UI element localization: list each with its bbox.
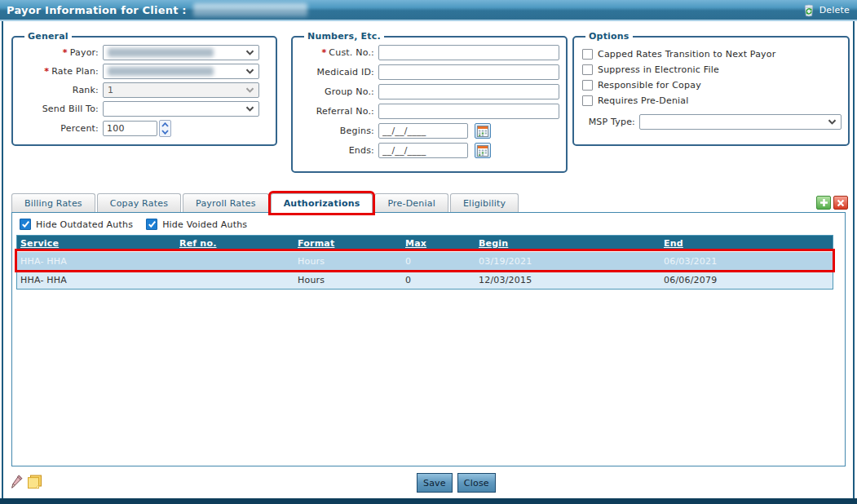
chevron-down-icon: [245, 69, 254, 74]
percent-input[interactable]: [103, 121, 157, 136]
percent-label: Percent:: [20, 123, 103, 134]
referral-no-label: Referral No.:: [299, 106, 378, 117]
tab-billing-rates[interactable]: Billing Rates: [11, 193, 95, 212]
cell-format: Hours: [294, 275, 402, 285]
window-border-bottom: [0, 498, 857, 504]
chevron-down-icon: [245, 106, 254, 112]
numbers-fieldset: Numbers, Etc. *Cust. No.: Medicaid ID: G…: [291, 31, 568, 173]
group-no-input[interactable]: [378, 84, 559, 99]
cell-service: HHA- HHA: [17, 275, 176, 285]
send-bill-to-select[interactable]: [103, 101, 259, 117]
cell-service: HHA- HHA: [17, 256, 176, 267]
pencil-icon: [11, 474, 24, 489]
begins-calendar-button[interactable]: [475, 123, 491, 139]
checkmark-icon: [148, 220, 157, 228]
cell-begin: 12/03/2015: [475, 275, 660, 285]
save-button[interactable]: Save: [417, 473, 453, 493]
cell-max: 0: [402, 256, 475, 267]
tab-eligibility[interactable]: Eligibility: [450, 193, 519, 212]
titlebar-separator: [0, 20, 857, 21]
table-header-row: Service Ref no. Format Max Begin End: [17, 236, 833, 251]
rank-select[interactable]: 1: [103, 82, 259, 98]
general-fieldset: General *Payor: *Rate Plan: Rank: 1 Send…: [11, 31, 277, 146]
tab-payroll-rates[interactable]: Payroll Rates: [183, 193, 269, 212]
suppress-electronic-file-label: Suppress in Electronic File: [598, 64, 719, 75]
capped-rates-checkbox[interactable]: [582, 49, 593, 60]
spin-down-button[interactable]: [161, 129, 169, 136]
edit-note-button[interactable]: [11, 474, 24, 489]
sticky-note-icon: [27, 475, 42, 489]
rank-value: 1: [108, 85, 113, 95]
medicaid-id-input[interactable]: [378, 64, 559, 80]
column-header-service[interactable]: Service: [17, 238, 176, 249]
column-header-begin[interactable]: Begin: [475, 238, 660, 249]
table-row-highlighted[interactable]: HHA- HHA Hours 0 03/19/2021 06/03/2021: [17, 251, 833, 270]
msp-type-label: MSP Type:: [581, 117, 639, 127]
responsible-for-copay-label: Responsible for Copay: [598, 80, 701, 91]
hide-outdated-checkbox[interactable]: [20, 219, 31, 230]
close-button[interactable]: Close: [457, 473, 496, 493]
options-legend: Options: [585, 31, 633, 42]
rate-plan-select[interactable]: [103, 64, 259, 79]
authorizations-panel: Hide Outdated Auths Hide Voided Auths Se…: [11, 212, 846, 466]
ends-date-input[interactable]: [378, 143, 468, 158]
column-header-end[interactable]: End: [660, 238, 833, 249]
required-marker: *: [321, 47, 326, 58]
cell-end: 06/03/2021: [660, 256, 833, 267]
footer-icons: [11, 474, 42, 489]
ends-calendar-button[interactable]: [475, 143, 491, 158]
hide-voided-checkbox[interactable]: [146, 219, 157, 230]
client-name-redacted: [193, 3, 307, 17]
suppress-electronic-file-checkbox[interactable]: [582, 64, 593, 75]
payor-value-redacted: [108, 48, 214, 57]
chevron-down-icon: [828, 119, 837, 125]
group-no-label: Group No.:: [299, 86, 378, 97]
spin-up-button[interactable]: [161, 122, 169, 129]
add-authorization-button[interactable]: [816, 196, 831, 210]
payor-select[interactable]: [103, 45, 259, 60]
referral-no-input[interactable]: [378, 104, 559, 119]
tab-strip: Billing Rates Copay Rates Payroll Rates …: [11, 193, 519, 215]
plus-icon: [819, 197, 829, 208]
footer-buttons: Save Close: [417, 473, 496, 493]
options-fieldset: Options Capped Rates Transition to Next …: [572, 31, 850, 146]
rank-label: Rank:: [20, 85, 103, 95]
requires-pre-denial-checkbox[interactable]: [582, 95, 593, 106]
responsible-for-copay-checkbox[interactable]: [582, 80, 593, 91]
calendar-icon: [477, 126, 488, 137]
chevron-up-icon: [161, 122, 169, 127]
required-marker: *: [63, 47, 68, 58]
chevron-down-icon: [245, 87, 254, 93]
chevron-down-icon: [245, 50, 254, 55]
required-marker: *: [44, 66, 49, 77]
notes-button[interactable]: [27, 475, 42, 489]
cust-no-input[interactable]: [378, 45, 559, 60]
column-header-ref-no[interactable]: Ref no.: [176, 238, 294, 249]
auth-filters: Hide Outdated Auths Hide Voided Auths: [20, 219, 247, 230]
remove-authorization-button[interactable]: [833, 196, 848, 210]
requires-pre-denial-label: Requires Pre-Denial: [598, 95, 689, 106]
hide-voided-label: Hide Voided Auths: [162, 219, 247, 230]
tab-copay-rates[interactable]: Copay Rates: [97, 193, 181, 212]
hide-outdated-label: Hide Outdated Auths: [36, 219, 133, 230]
window-title: Payor Information for Client :: [0, 4, 187, 16]
delete-button[interactable]: Delete: [802, 3, 857, 17]
rate-plan-value-redacted: [108, 67, 214, 76]
tab-authorizations[interactable]: Authorizations: [271, 193, 373, 213]
payor-label: *Payor:: [20, 47, 103, 58]
hide-outdated-filter: Hide Outdated Auths: [20, 219, 133, 230]
table-row[interactable]: HHA- HHA Hours 0 12/03/2015 06/06/2079: [17, 270, 833, 289]
panel-actions: [816, 196, 848, 210]
payor-information-window: Payor Information for Client : Delete Ge…: [0, 0, 857, 504]
send-bill-to-label: Send Bill To:: [20, 104, 103, 114]
msp-type-select[interactable]: [639, 114, 842, 130]
column-header-format[interactable]: Format: [294, 238, 402, 249]
tab-pre-denial[interactable]: Pre-Denial: [374, 193, 448, 212]
authorizations-table: Service Ref no. Format Max Begin End HHA…: [16, 235, 833, 290]
column-header-max[interactable]: Max: [402, 238, 475, 249]
begins-date-input[interactable]: [378, 123, 468, 139]
hide-voided-filter: Hide Voided Auths: [146, 219, 247, 230]
begins-label: Begins:: [299, 126, 378, 136]
x-icon: [836, 198, 846, 208]
capped-rates-label: Capped Rates Transition to Next Payor: [598, 49, 775, 60]
